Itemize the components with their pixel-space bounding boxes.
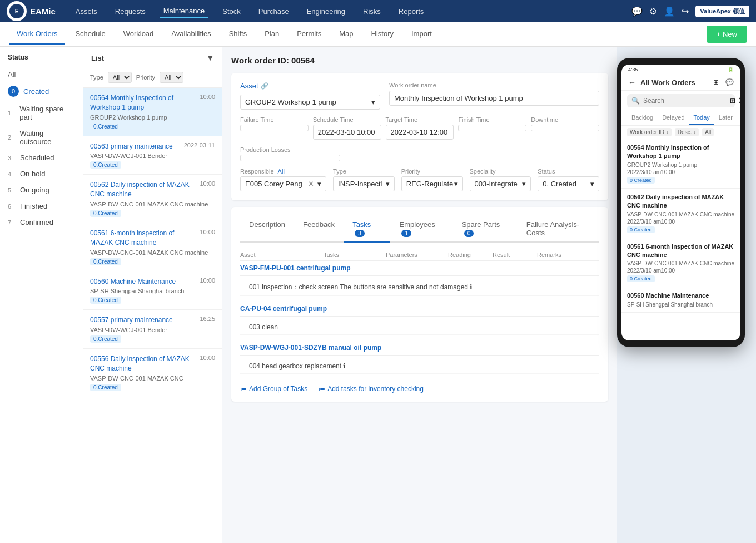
add-tasks-link[interactable]: ≔ Add tasks for inventory checking: [319, 385, 424, 393]
phone-title: All Work Orders: [640, 78, 709, 87]
phone-filter-icon[interactable]: ⊞: [713, 78, 719, 86]
status-item-scheduled[interactable]: 3 Scheduled: [0, 150, 83, 166]
filter-icon[interactable]: ▼: [206, 53, 214, 62]
tab-permits[interactable]: Permits: [289, 24, 329, 45]
list-item[interactable]: 00557 primary maintenance 16:25 VASP-DW-…: [83, 310, 222, 349]
phone-search-input[interactable]: [643, 97, 727, 105]
logout-icon[interactable]: ↪: [682, 6, 689, 17]
tab-feedback[interactable]: Feedback: [294, 216, 344, 243]
phone-chat-icon[interactable]: 💬: [725, 78, 734, 86]
status-value[interactable]: 0. Created ▾: [538, 176, 599, 191]
status-sidebar: Status All 0 Created 1 Waiting spare par…: [0, 47, 83, 543]
tab-description[interactable]: Description: [240, 216, 294, 243]
status-item-on-hold[interactable]: 4 On hold: [0, 166, 83, 182]
nav-maintenance[interactable]: Maintenance: [160, 4, 208, 18]
col-result: Result: [493, 251, 537, 258]
tab-spare-parts[interactable]: Spare Parts 0: [453, 216, 518, 243]
downtime-value[interactable]: [531, 125, 599, 131]
wo-badge: 0.Created: [90, 258, 121, 265]
phone-tab-today[interactable]: Today: [689, 111, 714, 125]
status-item-on-going[interactable]: 5 On going: [0, 182, 83, 198]
list-item[interactable]: 00564 Monthly Inspection of Workshop 1 p…: [83, 88, 222, 136]
list-item[interactable]: 00556 Daily inspection of MAZAK CNC mach…: [83, 349, 222, 397]
list-panel: List ▼ Type All Priority All 00564 Month…: [83, 47, 222, 543]
phone-status-bar: 4:35 🔋: [621, 65, 740, 75]
tab-history[interactable]: History: [364, 24, 401, 45]
settings-icon[interactable]: ⚙: [649, 6, 657, 17]
user-icon[interactable]: 👤: [664, 6, 675, 17]
status-item-waiting-outsource[interactable]: 2 Waiting outsource: [0, 125, 83, 150]
type-value[interactable]: INSP-Inspecti ▾: [333, 176, 395, 191]
nav-risks[interactable]: Risks: [360, 5, 384, 18]
wo-name-value[interactable]: Monthly Inspection of Workshop 1 pump: [389, 91, 599, 106]
asset-value[interactable]: GROUP2 Workshop 1 pump ▾: [240, 95, 380, 110]
status-num-1: 1: [8, 110, 15, 116]
status-all[interactable]: All: [0, 67, 83, 82]
tab-map[interactable]: Map: [331, 24, 361, 45]
phone-wo-title: 00564 Monthly Inspection of Workshop 1 p…: [627, 144, 735, 161]
tab-tasks[interactable]: Tasks 3: [344, 216, 390, 243]
add-group-link[interactable]: ≔ Add Group of Tasks: [240, 385, 307, 393]
status-item-created[interactable]: 0 Created: [0, 82, 83, 101]
list-item[interactable]: 00560 Machine Maintenance 10:00 SP-SH Sh…: [83, 272, 222, 310]
filter-priority-select[interactable]: All: [160, 72, 183, 83]
phone-wo-item[interactable]: 00560 Machine Maintenance SP-SH Shengpai…: [621, 287, 740, 312]
priority-value[interactable]: REG-Regulate ▾: [401, 176, 463, 191]
status-item-confirmed[interactable]: 7 Confirmed: [0, 214, 83, 230]
tab-work-orders[interactable]: Work Orders: [9, 24, 65, 45]
phone-search-bar[interactable]: 🔍 ⊞ ⛶: [627, 94, 735, 107]
status-item-finished[interactable]: 6 Finished: [0, 198, 83, 214]
nav-requests[interactable]: Requests: [112, 5, 149, 18]
schedule-time-value[interactable]: 2022-03-10 10:00: [313, 125, 381, 140]
status-item-waiting-spare[interactable]: 1 Waiting spare part: [0, 101, 83, 125]
phone-filter-wo-id[interactable]: Work order ID ↓: [627, 128, 672, 136]
responsible-value[interactable]: E005 Corey Peng ✕ ▾: [240, 176, 326, 191]
phone-tab-delayed[interactable]: Delayed: [658, 111, 689, 125]
speciality-value[interactable]: 003-Integrate ▾: [470, 176, 531, 191]
tab-shifts[interactable]: Shifts: [221, 24, 255, 45]
phone-battery: 🔋: [728, 67, 734, 72]
production-losses-value[interactable]: [240, 155, 340, 161]
asset-link-icon: 🔗: [261, 82, 268, 90]
nav-engineering[interactable]: Engineering: [304, 5, 349, 18]
nav-reports[interactable]: Reports: [395, 5, 427, 18]
failure-time-value[interactable]: [240, 125, 309, 131]
phone-filter-btn[interactable]: ⊞: [730, 97, 735, 105]
tab-plan[interactable]: Plan: [257, 24, 287, 45]
list-item[interactable]: 00562 Daily inspection of MAZAK CNC mach…: [83, 175, 222, 223]
list-item[interactable]: 00563 primary maintenance 2022-03-11 VAS…: [83, 136, 222, 175]
phone-expand-icon[interactable]: ⛶: [739, 97, 740, 105]
phone-wo-sub: VASP-DW-CNC-001 MAZAK CNC machine: [627, 260, 735, 266]
tab-availabilities[interactable]: Availabilities: [163, 24, 218, 45]
phone-screen: 4:35 🔋 ← All Work Orders ⊞ 💬 🔍 ⊞ ⛶: [621, 65, 740, 340]
phone-wo-item[interactable]: 00561 6-month inspection of MAZAK CNC ma…: [621, 238, 740, 288]
phone-back-button[interactable]: ←: [628, 78, 636, 87]
phone-filter-desc[interactable]: Desc. ↓: [675, 128, 699, 136]
chat-icon[interactable]: 💬: [631, 6, 643, 17]
nav-stock[interactable]: Stock: [219, 5, 244, 18]
responsible-field: Responsible All E005 Corey Peng ✕ ▾: [240, 168, 326, 191]
clear-icon[interactable]: ✕: [308, 180, 314, 188]
status-num-5: 5: [8, 187, 16, 194]
target-time-value[interactable]: 2022-03-10 12:00: [386, 125, 454, 140]
brand-badge: ValueApex 领值: [695, 6, 749, 17]
phone-tab-later[interactable]: Later: [714, 111, 737, 125]
new-button[interactable]: + New: [707, 26, 747, 43]
nav-purchase[interactable]: Purchase: [255, 5, 292, 18]
tab-failure-analysis[interactable]: Failure Analysis-Costs: [518, 216, 599, 243]
phone-wo-item[interactable]: 00564 Monthly Inspection of Workshop 1 p…: [621, 139, 740, 189]
tab-employees[interactable]: Employees 1: [390, 216, 452, 243]
asset-link[interactable]: Asset 🔗: [240, 82, 380, 90]
filter-type-select[interactable]: All: [108, 72, 132, 83]
downtime-label: Downtime: [531, 116, 599, 123]
phone-filter-all[interactable]: All: [702, 128, 714, 136]
phone-tab-backlog[interactable]: Backlog: [627, 111, 658, 125]
tab-import[interactable]: Import: [404, 24, 440, 45]
list-item[interactable]: 00561 6-month inspection of MAZAK CNC ma…: [83, 223, 222, 272]
phone-wo-item[interactable]: 00562 Daily inspection of MAZAK CNC mach…: [621, 189, 740, 238]
tab-workload[interactable]: Workload: [116, 24, 162, 45]
task-section-title-3: VASP-DW-WGJ-001-SDZYB manual oil pump: [240, 340, 599, 356]
tab-schedule[interactable]: Schedule: [67, 24, 113, 45]
nav-assets[interactable]: Assets: [72, 5, 101, 18]
finish-time-value[interactable]: [458, 125, 526, 131]
